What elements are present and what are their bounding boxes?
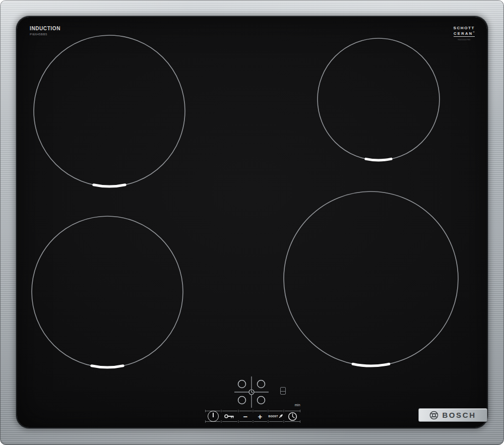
schott-logo-line2: CERAN® — [454, 31, 475, 37]
power-level-display-icon — [280, 387, 286, 395]
bosch-logo-plate: BOSCH — [418, 408, 487, 422]
boost-label: BOOST — [269, 415, 278, 418]
power-icon — [208, 411, 219, 422]
zone-select-back-right[interactable] — [258, 380, 265, 388]
bosch-symbol-icon — [429, 411, 438, 420]
zone-select-front-left[interactable] — [238, 397, 246, 404]
key-lock-icon — [223, 412, 236, 420]
ceramic-glass-surface — [17, 17, 487, 427]
registered-mark: ® — [473, 31, 475, 33]
zone-select-back-left[interactable] — [238, 380, 246, 388]
timer-min-label: min — [287, 403, 300, 407]
control-row-separators — [206, 410, 300, 423]
induction-branding: INDUCTION PIE645BB5 — [30, 26, 60, 36]
child-lock-key[interactable] — [223, 411, 237, 421]
schott-ceran-logo: SCHOTT CERAN® 9001000783 — [454, 26, 475, 41]
schott-logo-line1: SCHOTT — [454, 26, 475, 30]
zone-selector-control[interactable] — [231, 375, 272, 409]
schott-ceran-text: CERAN — [454, 31, 473, 36]
plus-icon: + — [258, 412, 263, 421]
boost-key[interactable]: BOOST — [268, 411, 284, 421]
bosch-wordmark: BOSCH — [442, 411, 476, 419]
minus-icon: − — [243, 412, 248, 421]
decrease-key[interactable]: − — [239, 411, 252, 421]
zone-select-front-right[interactable] — [258, 397, 265, 404]
timer-key[interactable] — [287, 411, 298, 422]
boost-rocket-icon — [279, 414, 283, 418]
model-number: PIE645BB5 — [30, 33, 60, 36]
power-key[interactable] — [208, 411, 219, 422]
schott-serial-number: 9001000783 — [458, 38, 470, 41]
timer-clock-icon — [288, 412, 297, 421]
bosch-induction-hob: INDUCTION PIE645BB5 SCHOTT CERAN® 900100… — [0, 0, 504, 445]
increase-key[interactable]: + — [254, 411, 267, 421]
induction-label: INDUCTION — [30, 26, 60, 31]
